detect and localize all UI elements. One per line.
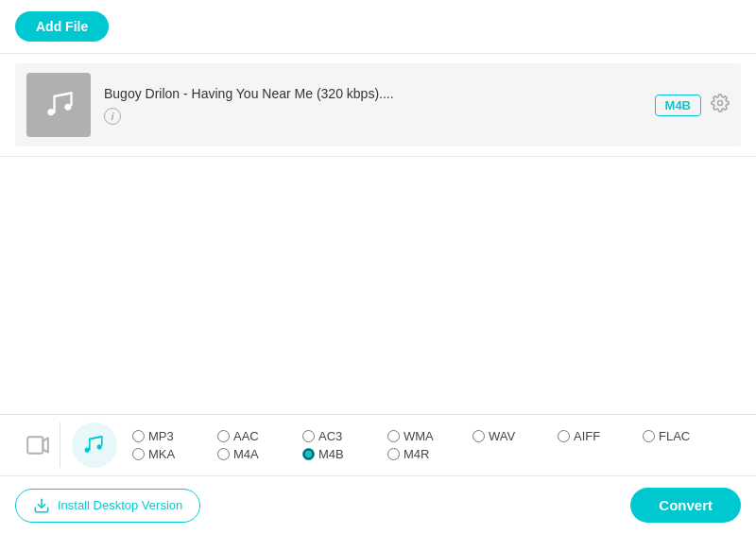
- format-option-mka[interactable]: MKA: [132, 447, 217, 461]
- svg-marker-3: [43, 438, 47, 452]
- file-list: Bugoy Drilon - Having You Near Me (320 k…: [0, 54, 756, 157]
- format-option-mp3[interactable]: MP3: [132, 429, 217, 443]
- action-bar: Install Desktop Version Convert: [0, 476, 756, 534]
- format-option-ac3[interactable]: AC3: [302, 429, 387, 443]
- format-option-m4b[interactable]: M4B: [302, 447, 387, 461]
- format-tabs-row: MP3 AAC AC3 WMA WAV AIFF FLAC MK: [0, 415, 756, 476]
- info-icon[interactable]: i: [104, 108, 121, 125]
- music-icon: [42, 88, 76, 122]
- content-area: [0, 157, 756, 379]
- file-thumbnail: [26, 73, 91, 137]
- audio-icon: [82, 433, 107, 457]
- file-name: Bugoy Drilon - Having You Near Me (320 k…: [104, 86, 642, 101]
- audio-tab[interactable]: [72, 422, 117, 468]
- format-option-wma[interactable]: WMA: [387, 429, 472, 443]
- svg-line-4: [90, 437, 102, 439]
- install-button[interactable]: Install Desktop Version: [15, 489, 200, 523]
- format-badge[interactable]: M4B: [655, 95, 701, 116]
- file-item: Bugoy Drilon - Having You Near Me (320 k…: [15, 63, 741, 146]
- header: Add File: [0, 0, 756, 54]
- bottom-panel: MP3 AAC AC3 WMA WAV AIFF FLAC MK: [0, 414, 756, 534]
- svg-rect-2: [27, 437, 43, 453]
- format-option-m4a[interactable]: M4A: [217, 447, 302, 461]
- format-option-aiff[interactable]: AIFF: [558, 429, 643, 443]
- format-options: MP3 AAC AC3 WMA WAV AIFF FLAC MK: [132, 429, 741, 461]
- file-info: Bugoy Drilon - Having You Near Me (320 k…: [104, 86, 642, 125]
- format-option-m4r[interactable]: M4R: [387, 447, 472, 461]
- video-icon: [26, 433, 50, 457]
- format-option-flac[interactable]: FLAC: [643, 429, 728, 443]
- convert-button[interactable]: Convert: [630, 488, 741, 523]
- video-tab[interactable]: [15, 422, 60, 468]
- format-option-aac[interactable]: AAC: [217, 429, 302, 443]
- download-icon: [33, 497, 50, 514]
- add-file-button[interactable]: Add File: [15, 11, 109, 42]
- gear-icon: [711, 94, 730, 112]
- format-option-wav[interactable]: WAV: [472, 429, 558, 443]
- svg-line-0: [55, 93, 72, 96]
- settings-button[interactable]: [711, 94, 730, 117]
- svg-point-1: [718, 100, 723, 105]
- file-actions: M4B: [655, 94, 730, 117]
